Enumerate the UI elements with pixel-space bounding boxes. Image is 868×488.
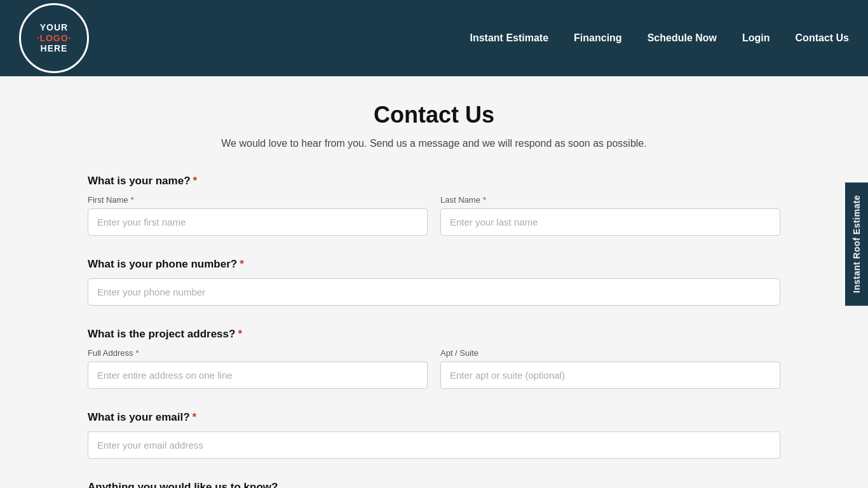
main-content: Contact Us We would love to hear from yo… [75,76,793,488]
name-section: What is your name?* First Name* Last Nam… [88,175,780,236]
last-name-group: Last Name* [440,195,780,236]
page-title: Contact Us [88,102,780,128]
first-name-input[interactable] [88,208,428,236]
logo-line2: ·LOGO· [37,33,72,44]
name-field-row: First Name* Last Name* [88,195,780,236]
first-name-group: First Name* [88,195,428,236]
phone-section: What is your phone number?* [88,258,780,306]
page-subtitle: We would love to hear from you. Send us … [88,138,780,149]
address-required-star: * [238,328,242,340]
phone-input[interactable] [88,278,780,306]
nav-instant-estimate[interactable]: Instant Estimate [470,32,548,44]
nav-financing[interactable]: Financing [574,32,622,44]
email-input[interactable] [88,431,780,459]
email-section-label: What is your email?* [88,411,780,424]
main-nav: Instant Estimate Financing Schedule Now … [470,32,849,44]
apt-suite-input[interactable] [440,362,780,389]
name-section-label: What is your name?* [88,175,780,187]
apt-suite-group: Apt / Suite [440,348,780,389]
address-section-label: What is the project address?* [88,328,780,341]
site-header: YOUR ·LOGO· HERE Instant Estimate Financ… [0,0,868,76]
nav-contact-us[interactable]: Contact Us [796,32,849,44]
nav-login[interactable]: Login [742,32,770,44]
address-field-row: Full Address* Apt / Suite [88,348,780,389]
logo-line1: YOUR [40,22,68,33]
email-section: What is your email?* [88,411,780,459]
nav-schedule-now[interactable]: Schedule Now [648,32,717,44]
phone-section-label: What is your phone number?* [88,258,780,271]
contact-form: What is your name?* First Name* Last Nam… [88,175,780,488]
full-address-input[interactable] [88,362,428,389]
full-address-group: Full Address* [88,348,428,389]
instant-roof-estimate-tab[interactable]: Instant Roof Estimate [845,182,868,306]
notes-section-label: Anything you would like us to know? [88,481,780,488]
notes-section: Anything you would like us to know? [88,481,780,488]
address-section: What is the project address?* Full Addre… [88,328,780,389]
name-required-star: * [193,175,198,187]
email-required-star: * [193,411,197,423]
phone-required-star: * [240,258,244,270]
last-name-label: Last Name* [440,195,780,205]
logo[interactable]: YOUR ·LOGO· HERE [19,3,89,73]
logo-line3: HERE [41,43,68,54]
apt-suite-label: Apt / Suite [440,348,780,358]
first-name-label: First Name* [88,195,428,205]
full-address-label: Full Address* [88,348,428,358]
last-name-input[interactable] [440,208,780,236]
